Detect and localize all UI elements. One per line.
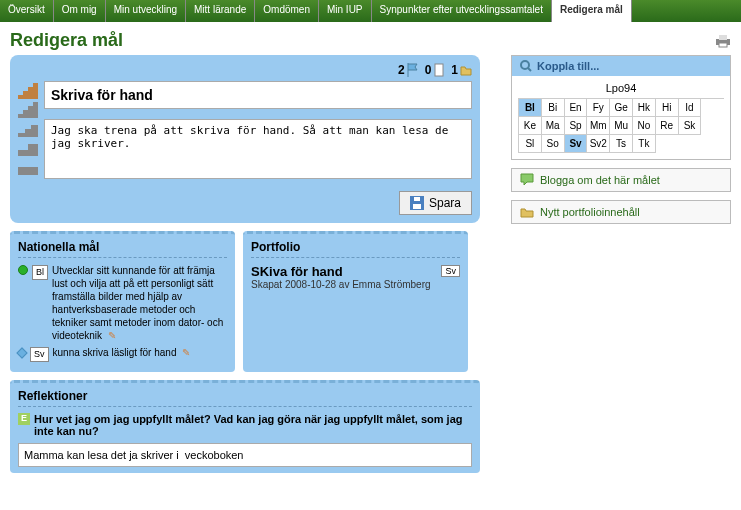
subject-cell-sv[interactable]: Sv [565, 135, 588, 153]
subject-cell-ge[interactable]: Ge [610, 99, 633, 117]
stair-icon[interactable] [18, 83, 38, 99]
tab-min-iup[interactable]: Min IUP [319, 0, 372, 22]
portfolio-panel: Portfolio SKiva för hand Sv Skapat 2008-… [243, 231, 468, 372]
magnifier-icon [520, 60, 532, 72]
stair-icon[interactable] [18, 159, 38, 175]
subject-cell-bl[interactable]: Bl [519, 99, 542, 117]
subject-cell-ke[interactable]: Ke [519, 117, 542, 135]
national-goals-list: BlUtvecklar sitt kunnande för att främja… [18, 264, 227, 362]
subject-cell-ts[interactable]: Ts [610, 135, 633, 153]
tab-synpunkter-efter-utvecklingssamtalet[interactable]: Synpunkter efter utvecklingssamtalet [372, 0, 552, 22]
subject-cell-no[interactable]: No [633, 117, 656, 135]
link-icon[interactable]: ✎ [108, 330, 116, 341]
tab-min-utveckling[interactable]: Min utveckling [106, 0, 186, 22]
subject-cell-re[interactable]: Re [656, 117, 679, 135]
subject-cell-tk[interactable]: Tk [633, 135, 656, 153]
comment-icon [520, 173, 534, 187]
save-label: Spara [429, 196, 461, 210]
folder-icon [460, 63, 472, 77]
subject-cell-sv2[interactable]: Sv2 [587, 135, 610, 153]
status-dot [16, 347, 27, 358]
link-to-panel: Koppla till... Lpo94 BlBiEnFyGeHkHiIdKeM… [511, 55, 731, 160]
new-portfolio-content-button[interactable]: Nytt portfolioinnehåll [511, 200, 731, 224]
level-stairs [18, 81, 38, 181]
tab-bar: ÖversiktOm migMin utvecklingMitt lärande… [0, 0, 741, 22]
subject-cell-so[interactable]: So [542, 135, 565, 153]
save-button[interactable]: Spara [399, 191, 472, 215]
goal-text: kunna skriva läsligt för hand ✎ [53, 346, 227, 359]
svg-rect-1 [719, 35, 727, 40]
blog-about-goal-button[interactable]: Blogga om det här målet [511, 168, 731, 192]
subject-cell-sl[interactable]: Sl [519, 135, 542, 153]
subject-cell-sk[interactable]: Sk [679, 117, 702, 135]
e-badge-icon: E [18, 413, 30, 425]
curriculum-name: Lpo94 [518, 82, 724, 94]
subject-cell-ma[interactable]: Ma [542, 117, 565, 135]
flag-count: 2 [398, 63, 405, 77]
save-icon [410, 196, 424, 210]
svg-rect-3 [435, 64, 443, 76]
subject-cell-en[interactable]: En [565, 99, 588, 117]
subject-grid: BlBiEnFyGeHkHiIdKeMaSpMmMuNoReSkSlSoSvSv… [518, 98, 724, 153]
subject-cell-mm[interactable]: Mm [587, 117, 610, 135]
subject-cell-fy[interactable]: Fy [587, 99, 610, 117]
goal-edit-panel: 2 0 1 Spara [10, 55, 480, 223]
svg-point-8 [521, 61, 529, 69]
portfolio-meta: Skapat 2008-10-28 av Emma Strömberg [251, 279, 460, 290]
folder-count: 1 [451, 63, 458, 77]
tab-omdömen[interactable]: Omdömen [255, 0, 319, 22]
tab-översikt[interactable]: Översikt [0, 0, 54, 22]
stair-icon[interactable] [18, 140, 38, 156]
folder-plus-icon [520, 205, 534, 219]
subject-cell-bi[interactable]: Bi [542, 99, 565, 117]
subject-cell-id[interactable]: Id [679, 99, 702, 117]
subject-cell-hi[interactable]: Hi [656, 99, 679, 117]
national-goal-item: Svkunna skriva läsligt för hand ✎ [18, 346, 227, 362]
portfolio-subject-tag: Sv [441, 265, 460, 277]
reflection-question: E Hur vet jag om jag uppfyllt målet? Vad… [18, 413, 472, 437]
reflection-answer-input[interactable] [18, 443, 472, 467]
subject-tag: Bl [32, 265, 48, 280]
flag-icon [407, 63, 419, 77]
page-title: Redigera mål [10, 30, 123, 51]
subject-cell-mu[interactable]: Mu [610, 117, 633, 135]
national-title: Nationella mål [18, 240, 227, 258]
portfolio-title: Portfolio [251, 240, 460, 258]
doc-count: 0 [425, 63, 432, 77]
print-icon[interactable] [715, 34, 731, 48]
reflections-title: Reflektioner [18, 389, 472, 407]
stair-icon[interactable] [18, 102, 38, 118]
goal-title-input[interactable] [44, 81, 472, 109]
svg-rect-2 [719, 43, 727, 47]
svg-rect-7 [414, 197, 420, 201]
national-goal-item: BlUtvecklar sitt kunnande för att främja… [18, 264, 227, 342]
tab-om-mig[interactable]: Om mig [54, 0, 106, 22]
counter-bar: 2 0 1 [18, 63, 472, 77]
subject-cell-sp[interactable]: Sp [565, 117, 588, 135]
svg-rect-6 [413, 204, 421, 209]
tab-mitt-lärande[interactable]: Mitt lärande [186, 0, 255, 22]
svg-line-9 [528, 68, 531, 71]
goal-description-input[interactable] [44, 119, 472, 179]
national-goals-panel: Nationella mål BlUtvecklar sitt kunnande… [10, 231, 235, 372]
doc-icon [433, 63, 445, 77]
portfolio-item-title[interactable]: SKiva för hand [251, 264, 343, 279]
tab-redigera-mål[interactable]: Redigera mål [552, 0, 632, 22]
link-icon[interactable]: ✎ [182, 347, 190, 358]
link-to-header: Koppla till... [512, 56, 730, 76]
status-dot [18, 265, 28, 275]
subject-cell-hk[interactable]: Hk [633, 99, 656, 117]
svg-rect-4 [18, 167, 38, 175]
subject-tag: Sv [30, 347, 49, 362]
goal-text: Utvecklar sitt kunnande för att främja l… [52, 264, 227, 342]
reflections-panel: Reflektioner E Hur vet jag om jag uppfyl… [10, 380, 480, 473]
stair-icon[interactable] [18, 121, 38, 137]
